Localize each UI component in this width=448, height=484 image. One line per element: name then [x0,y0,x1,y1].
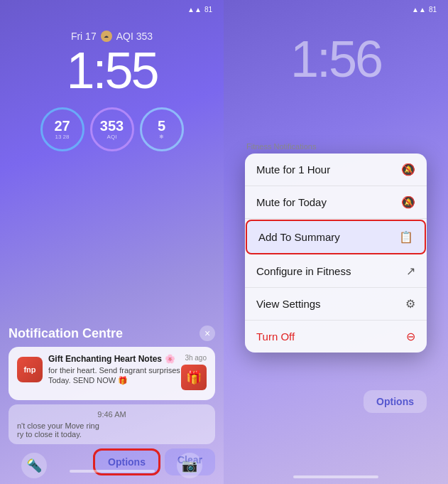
menu-item-turn-off[interactable]: Turn Off ⊖ [245,321,427,353]
menu-item-configure-fitness[interactable]: Configure in Fitness ↗ [245,255,427,288]
date-label: Fri 17 [71,31,97,42]
time-display-left: 1:55 [66,45,157,96]
view-settings-icon: ⚙ [405,297,415,311]
widget-aqi-value: 353 [100,119,124,133]
menu-item-mute-today-label: Mute for Today [256,196,327,208]
camera-icon: 📷 [182,458,197,473]
wifi-icon-right: ▲▲ [412,6,426,14]
configure-fitness-icon: ↗ [406,264,415,278]
context-menu-overlay: Fitness Notifications Mute for 1 Hour 🔕 … [245,142,427,353]
notif-header-row: fnp Gift Enchanting Heart Notes 🌸 for th… [17,354,207,390]
left-phone-screen: ▲▲ 81 Fri 17 ☁ AQI 353 1:55 27 13 28 353… [0,0,224,484]
secondary-notification: 9:46 AM n't close your Move ringry to cl… [9,404,215,444]
secondary-notif-text: n't close your Move ringry to close it t… [17,421,207,439]
notif-timestamp: 9:46 AM [17,410,207,419]
mute-hour-icon: 🔕 [401,163,415,176]
time-display-right: 1:56 [290,33,381,85]
widget-aqi-sub: AQI [107,134,117,140]
right-phone-screen: ▲▲ 81 1:56 Fitness Notifications Mute fo… [224,0,448,484]
menu-item-mute-hour-label: Mute for 1 Hour [256,163,330,176]
menu-item-add-summary[interactable]: Add To Summary 📋 [246,220,426,254]
close-icon: × [204,328,210,339]
widget-snow-icon: ❄ [159,134,164,140]
status-bar-right: ▲▲ 81 [224,0,448,16]
menu-item-mute-hour[interactable]: Mute for 1 Hour 🔕 [245,154,427,186]
status-icons-right: ▲▲ 81 [412,6,437,14]
app-icon-text: fnp [23,365,35,374]
menu-item-add-summary-label: Add To Summary [258,231,340,243]
camera-button[interactable]: 📷 [177,453,202,478]
turn-off-icon: ⊖ [406,330,415,343]
home-indicator-right [293,475,378,478]
widget-snow: 5 ❄ [140,107,184,151]
notification-card: fnp Gift Enchanting Heart Notes 🌸 for th… [9,347,215,400]
menu-item-view-settings-label: View Settings [256,298,321,310]
wifi-icon-left: ▲▲ [187,6,202,14]
aqi-icon: ☁ [101,31,112,42]
context-menu: Mute for 1 Hour 🔕 Mute for Today 🔕 Add T… [245,154,427,353]
battery-level-left: 81 [204,6,212,14]
right-options-area: Options [364,390,427,413]
status-bar-left: ▲▲ 81 [0,0,224,16]
menu-item-view-settings[interactable]: View Settings ⚙ [245,288,427,321]
app-icon: fnp [17,357,43,382]
menu-item-turn-off-label: Turn Off [256,330,295,343]
notif-text: for their heart. Send fragrant surprises… [48,365,181,386]
menu-item-configure-fitness-label: Configure in Fitness [256,265,351,277]
widget-aqi: 353 AQI [90,107,134,151]
options-button-right[interactable]: Options [364,390,427,413]
notif-body: Gift Enchanting Heart Notes 🌸 for their … [48,354,181,386]
aqi-text: AQI 353 [116,31,153,42]
add-summary-icon: 📋 [399,230,413,244]
torch-button[interactable]: 🔦 [21,453,47,478]
notification-centre-header: Notification Centre × [9,326,215,341]
notif-emoji: 🌸 [165,354,175,364]
context-menu-header-label: Fitness Notifications [246,142,427,151]
widget-temp: 27 13 28 [40,107,84,151]
battery-level-right: 81 [429,6,437,14]
bottom-bar-left: 🔦 📷 [0,453,224,478]
notif-time: 3h ago [185,354,207,362]
widgets-row: 27 13 28 353 AQI 5 ❄ [40,107,184,151]
date-aqi-row: Fri 17 ☁ AQI 353 [71,31,153,42]
mute-today-icon: 🔕 [401,195,415,209]
widget-temp-value: 27 [54,119,70,133]
widget-snow-value: 5 [158,119,165,133]
notif-app-info: fnp Gift Enchanting Heart Notes 🌸 for th… [17,354,181,386]
close-notification-centre-button[interactable]: × [200,326,215,341]
widget-temp-sub: 13 28 [55,134,69,140]
status-icons-left: ▲▲ 81 [187,6,212,14]
notif-title: Gift Enchanting Heart Notes 🌸 [48,354,181,364]
home-indicator-left [70,470,155,473]
notif-thumbnail: 🎁 [181,365,207,390]
torch-icon: 🔦 [26,458,42,473]
notification-centre-title: Notification Centre [9,326,123,341]
notif-meta: 3h ago 🎁 [181,354,207,390]
menu-item-mute-today[interactable]: Mute for Today 🔕 [245,186,427,219]
lock-screen-content: Fri 17 ☁ AQI 353 1:55 27 13 28 353 AQI 5… [0,31,224,151]
